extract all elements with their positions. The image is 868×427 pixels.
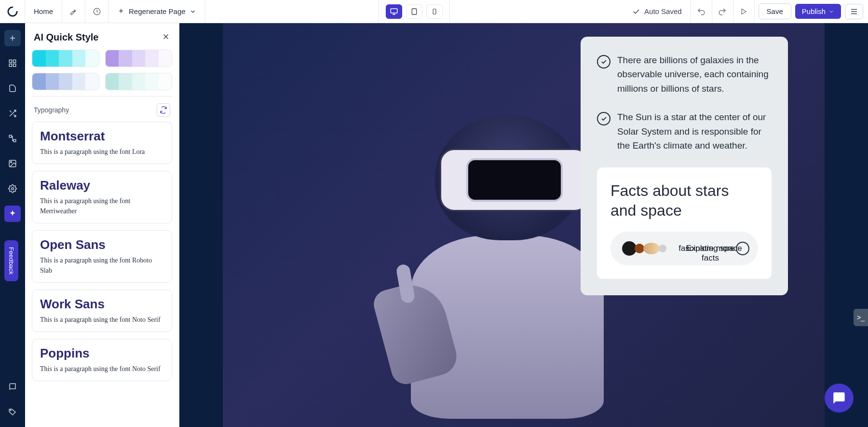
redo-icon	[718, 7, 727, 16]
explore-pill[interactable]: fascinating space facts Explore more	[610, 232, 758, 265]
hamburger-menu-button[interactable]	[845, 4, 863, 19]
wrench-button[interactable]	[62, 0, 85, 23]
mobile-icon	[431, 8, 438, 15]
desktop-icon	[390, 7, 398, 16]
device-preview-group	[379, 0, 450, 23]
svg-rect-3	[433, 9, 436, 14]
page-canvas[interactable]: There are billions of galaxies in the ob…	[223, 23, 825, 427]
home-button[interactable]: Home	[25, 0, 62, 23]
font-option[interactable]: Open SansThis is a paragraph using the f…	[32, 230, 172, 283]
media-button[interactable]	[4, 155, 21, 172]
code-icon: >_	[857, 314, 865, 321]
add-element-button[interactable]	[4, 30, 21, 46]
plus-icon	[8, 34, 17, 42]
layers-button[interactable]	[4, 130, 21, 147]
chevron-down-icon	[828, 9, 834, 14]
image-icon	[8, 159, 17, 168]
color-palette[interactable]	[32, 50, 99, 67]
sparkle-icon	[8, 209, 17, 218]
font-option[interactable]: MontserratThis is a paragraph using the …	[32, 122, 172, 164]
home-label: Home	[34, 7, 53, 15]
tablet-device-button[interactable]	[406, 4, 422, 19]
font-sample: This is a paragraph using the font Merri…	[40, 196, 164, 216]
tablet-icon	[410, 8, 418, 15]
svg-rect-1	[391, 9, 397, 13]
wrench-icon	[69, 7, 78, 16]
code-toggle-button[interactable]: >_	[854, 309, 868, 326]
regenerate-page-button[interactable]: Regenerate Page	[108, 0, 205, 23]
font-option[interactable]: PoppinsThis is a paragraph using the fon…	[32, 339, 172, 381]
sparkle-icon	[117, 8, 125, 15]
svg-point-9	[11, 162, 12, 163]
facts-card[interactable]: There are billions of galaxies in the ob…	[581, 37, 788, 295]
book-icon	[8, 383, 17, 391]
font-sample: This is a paragraph using the font Noto …	[40, 364, 164, 374]
color-palette[interactable]	[105, 50, 173, 67]
ai-style-button[interactable]	[4, 206, 21, 222]
close-panel-button[interactable]	[162, 32, 170, 43]
docs-button[interactable]	[4, 379, 21, 395]
font-sample: This is a paragraph using the font Noto …	[40, 315, 164, 325]
preview-button[interactable]	[733, 0, 755, 23]
font-option[interactable]: Work SansThis is a paragraph using the f…	[32, 289, 172, 332]
tag-button[interactable]	[4, 404, 21, 420]
ai-quick-style-panel: AI Quick Style Typography MontserratThis…	[25, 23, 179, 427]
circle-icon	[736, 242, 749, 255]
tree-icon	[8, 134, 17, 143]
font-name: Work Sans	[40, 297, 164, 312]
chat-button[interactable]	[825, 384, 854, 413]
main-layout: Feedback AI Quick Style Typography Monts…	[0, 23, 868, 427]
autosaved-indicator: Auto Saved	[623, 0, 691, 23]
svg-rect-2	[412, 9, 416, 14]
desktop-device-button[interactable]	[386, 4, 402, 19]
color-palette[interactable]	[105, 73, 173, 90]
fact-text: The Sun is a star at the center of our S…	[617, 110, 772, 152]
regenerate-label: Regenerate Page	[129, 7, 186, 15]
font-name: Poppins	[40, 346, 164, 361]
close-icon	[162, 32, 170, 41]
design-button[interactable]	[4, 105, 21, 122]
inner-card-title: Facts about stars and space	[610, 181, 758, 221]
font-name: Open Sans	[40, 237, 164, 252]
app-logo[interactable]	[0, 0, 25, 23]
redo-button[interactable]	[712, 0, 733, 23]
pages-button[interactable]	[4, 80, 21, 96]
feedback-button[interactable]: Feedback	[4, 240, 18, 281]
settings-button[interactable]	[4, 180, 21, 197]
mobile-device-button[interactable]	[426, 4, 443, 19]
check-circle-icon	[597, 112, 610, 125]
history-button[interactable]	[85, 0, 108, 23]
grid-icon	[8, 59, 17, 68]
svg-rect-5	[14, 60, 16, 62]
hero-image	[319, 52, 609, 399]
chevron-down-icon	[190, 8, 196, 15]
font-sample: This is a paragraph using the font Robot…	[40, 255, 164, 275]
refresh-typography-button[interactable]	[157, 103, 170, 117]
undo-button[interactable]	[691, 0, 712, 23]
font-name: Raleway	[40, 178, 164, 193]
svg-rect-4	[9, 60, 12, 62]
publish-button[interactable]: Publish	[795, 4, 841, 19]
font-name: Montserrat	[40, 129, 164, 144]
play-icon	[740, 8, 747, 15]
fact-text: There are billions of galaxies in the ob…	[617, 53, 772, 96]
top-toolbar: Home Regenerate Page Auto Saved Save	[0, 0, 868, 23]
fact-item: There are billions of galaxies in the ob…	[597, 53, 772, 96]
autosaved-label: Auto Saved	[644, 7, 682, 15]
page-icon	[8, 84, 17, 93]
clock-icon	[93, 7, 101, 16]
color-palette[interactable]	[32, 73, 99, 90]
panel-title: AI Quick Style	[34, 32, 99, 43]
tag-icon	[8, 408, 17, 416]
font-option[interactable]: RalewayThis is a paragraph using the fon…	[32, 171, 172, 223]
inner-card: Facts about stars and space fascinating …	[597, 167, 772, 279]
svg-rect-7	[14, 64, 16, 67]
save-button[interactable]: Save	[759, 3, 791, 19]
gear-icon	[8, 184, 17, 193]
check-icon	[632, 7, 640, 16]
widgets-button[interactable]	[4, 55, 21, 71]
font-sample: This is a paragraph using the font Lora	[40, 147, 164, 157]
canvas-area: There are billions of galaxies in the ob…	[179, 23, 868, 427]
shuffle-icon	[8, 109, 17, 118]
svg-point-11	[11, 410, 12, 411]
